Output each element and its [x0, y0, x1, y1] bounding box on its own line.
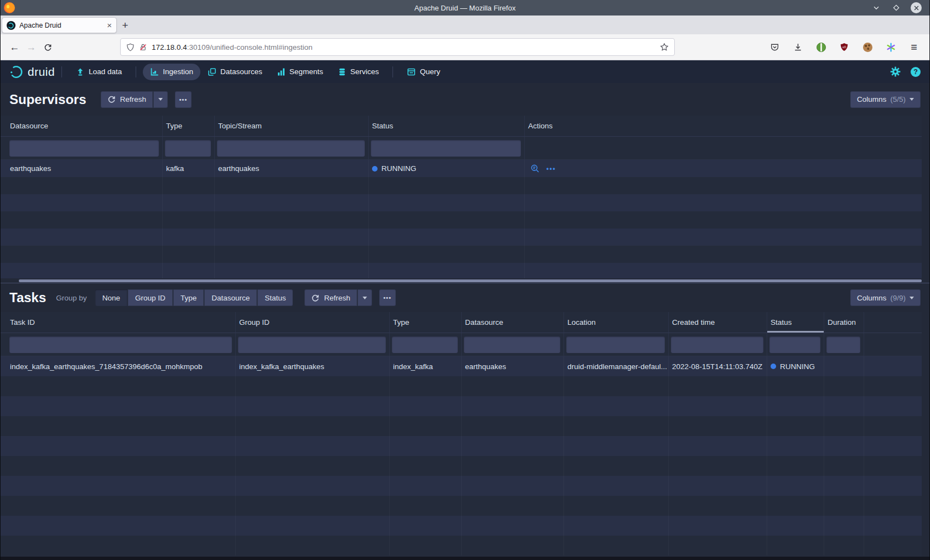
filter-task-id-input[interactable]	[9, 336, 232, 353]
status-dot-icon	[372, 166, 378, 172]
nav-label: Query	[420, 68, 440, 76]
column-header-datasource[interactable]: Datasource	[1, 116, 163, 136]
tasks-refresh-caret-button[interactable]	[358, 289, 372, 306]
window-titlebar: Apache Druid — Mozilla Firefox	[1, 0, 929, 15]
filter-status-input[interactable]	[769, 336, 820, 353]
new-tab-button[interactable]: +	[117, 17, 133, 33]
column-header-location[interactable]: Location	[564, 312, 669, 333]
filter-topic-input[interactable]	[217, 140, 365, 157]
tasks-columns-button[interactable]: Columns (9/9)	[850, 289, 921, 306]
tab-apache-druid[interactable]: Apache Druid ×	[2, 17, 117, 33]
gear-icon[interactable]	[890, 66, 901, 77]
column-header-datasource[interactable]: Datasource	[462, 312, 564, 333]
nav-load-data[interactable]: Load data	[69, 64, 129, 80]
filter-duration-input[interactable]	[826, 336, 860, 353]
scrollbar-thumb[interactable]	[19, 279, 922, 282]
supervisors-table-header: Datasource Type Topic/Stream Status Acti…	[1, 116, 922, 137]
url-bar[interactable]: 172.18.0.4:30109/unified-console.html#in…	[120, 38, 675, 56]
supervisor-datasource: earthquakes	[1, 160, 163, 177]
nav-services[interactable]: Services	[330, 64, 386, 80]
supervisors-refresh-button[interactable]: Refresh	[101, 91, 153, 108]
cookie-extension-icon[interactable]	[860, 39, 875, 55]
supervisor-row[interactable]: earthquakes kafka earthquakes RUNNING ••…	[1, 160, 922, 177]
segments-icon	[277, 68, 286, 76]
group-by-datasource-button[interactable]: Datasource	[204, 289, 257, 306]
navbar-divider	[136, 66, 136, 77]
nav-segments[interactable]: Segments	[270, 64, 330, 80]
column-header-type[interactable]: Type	[163, 116, 215, 136]
tasks-more-button[interactable]: •••	[379, 289, 396, 306]
tasks-refresh-button[interactable]: Refresh	[304, 289, 356, 306]
back-button[interactable]: ←	[6, 39, 23, 55]
status-label: RUNNING	[381, 164, 416, 173]
download-icon[interactable]	[790, 39, 805, 55]
view-details-icon[interactable]	[530, 164, 540, 173]
supervisors-title: Supervisors	[9, 92, 86, 107]
tasks-table: Task ID Group ID Type Datasource Locatio…	[1, 312, 922, 557]
multi-account-containers-icon[interactable]	[883, 39, 898, 55]
refresh-label: Refresh	[120, 95, 146, 103]
task-row[interactable]: index_kafka_earthquakes_7184357396d6c0a_…	[1, 356, 922, 376]
query-icon	[407, 68, 416, 76]
supervisors-more-button[interactable]: •••	[175, 91, 192, 108]
supervisors-header: Supervisors Refresh ••• Columns (5/5)	[1, 83, 929, 116]
supervisors-hscrollbar	[1, 278, 929, 283]
insecure-lock-icon[interactable]	[139, 43, 147, 51]
close-icon[interactable]	[911, 2, 922, 13]
filter-location-input[interactable]	[566, 336, 665, 353]
nav-datasources[interactable]: Datasources	[200, 64, 270, 80]
task-group-id: index_kafka_earthquakes	[236, 356, 390, 376]
shield-icon[interactable]	[126, 43, 135, 51]
supervisor-topic: earthquakes	[215, 160, 369, 177]
supervisors-refresh-caret-button[interactable]	[153, 91, 168, 108]
privacy-badger-icon[interactable]	[813, 39, 829, 55]
group-by-segment: None Group ID Type Datasource Status	[95, 289, 293, 306]
bookmark-star-icon[interactable]	[660, 43, 669, 51]
chevron-down-icon	[910, 98, 914, 101]
column-header-created-time[interactable]: Created time	[669, 312, 767, 333]
refresh-icon	[107, 95, 116, 103]
table-row	[1, 194, 922, 211]
maximize-icon[interactable]	[891, 2, 902, 13]
status-label: RUNNING	[780, 362, 815, 371]
filter-datasource-input[interactable]	[464, 336, 560, 353]
filter-group-id-input[interactable]	[238, 336, 386, 353]
supervisors-table: Datasource Type Topic/Stream Status Acti…	[1, 116, 922, 278]
filter-type-input[interactable]	[392, 336, 458, 353]
table-row	[1, 536, 922, 556]
column-header-status[interactable]: Status	[369, 116, 525, 136]
group-by-group-id-button[interactable]: Group ID	[128, 289, 173, 306]
group-by-none-button[interactable]: None	[95, 289, 127, 306]
group-by-type-button[interactable]: Type	[173, 289, 204, 306]
help-icon[interactable]: ?	[911, 67, 921, 77]
ublock-icon[interactable]: uO	[836, 39, 852, 55]
tab-close-icon[interactable]: ×	[107, 21, 112, 29]
column-header-task-id[interactable]: Task ID	[1, 312, 236, 333]
tasks-header: Tasks Group by None Group ID Type Dataso…	[1, 283, 929, 312]
forward-button[interactable]: →	[23, 39, 39, 55]
tasks-filter-row	[1, 333, 922, 356]
url-path: :30109/unified-console.html#ingestion	[187, 43, 313, 51]
load-data-icon	[76, 68, 85, 76]
nav-query[interactable]: Query	[400, 64, 447, 80]
minimize-icon[interactable]	[871, 2, 882, 13]
column-header-group-id[interactable]: Group ID	[236, 312, 390, 333]
filter-type-input[interactable]	[165, 140, 211, 157]
filter-created-time-input[interactable]	[671, 336, 763, 353]
filter-datasource-input[interactable]	[9, 140, 159, 157]
menu-icon[interactable]: ≡	[906, 39, 922, 55]
nav-ingestion[interactable]: Ingestion	[143, 64, 200, 80]
filter-status-input[interactable]	[371, 140, 521, 157]
column-header-type[interactable]: Type	[390, 312, 462, 333]
navbar-divider	[392, 66, 393, 77]
columns-label: Columns	[857, 95, 886, 103]
column-header-topic-stream[interactable]: Topic/Stream	[215, 116, 369, 136]
row-actions-icon[interactable]: •••	[546, 165, 556, 173]
column-header-duration[interactable]: Duration	[824, 312, 864, 333]
pocket-icon[interactable]	[767, 39, 782, 55]
column-header-status[interactable]: Status	[767, 312, 824, 333]
supervisors-columns-button[interactable]: Columns (5/5)	[850, 91, 921, 108]
reload-button[interactable]	[39, 39, 56, 55]
group-by-status-button[interactable]: Status	[257, 289, 293, 306]
columns-count: (9/9)	[890, 294, 906, 302]
